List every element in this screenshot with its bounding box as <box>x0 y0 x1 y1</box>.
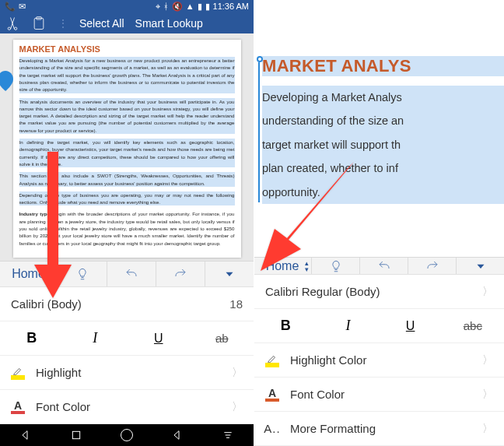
ribbon-tab-home[interactable]: Home ▴▾ <box>254 258 312 274</box>
more-formatting-icon: A.. <box>265 422 279 436</box>
italic-button[interactable]: I <box>64 321 128 356</box>
ribbon-bar: Home ▴▾ <box>254 257 504 275</box>
android-navbar <box>0 424 254 446</box>
row-label: Highlight Color <box>290 353 473 367</box>
smart-lookup-button[interactable]: Smart Lookup <box>135 17 203 30</box>
bluetooth-icon: ᚼ <box>163 2 169 11</box>
doc-paragraph: This analysis documents an overview of t… <box>19 98 235 134</box>
document-area[interactable]: MARKET ANALYS Developing a Market Analys… <box>254 0 504 257</box>
cursor-handle-icon[interactable] <box>257 56 263 62</box>
chevron-right-icon: 〉 <box>473 422 493 436</box>
font-picker-row[interactable]: Calibri Regular (Body) 〉 <box>254 275 504 309</box>
clock: 11:36 AM <box>213 2 249 11</box>
mute-icon: 🔇 <box>172 2 183 12</box>
font-name: Calibri (Body) <box>11 297 229 311</box>
doc-paragraph: Developing a Market Analys understanding… <box>262 86 504 204</box>
chevron-right-icon: 〉 <box>473 353 493 367</box>
nav-recent-icon[interactable] <box>70 429 82 441</box>
phone-icon: 📞 <box>5 2 16 12</box>
ribbon-bar: Home ▴▾ <box>0 261 254 287</box>
ribbon-tab-home[interactable]: Home ▴▾ <box>0 262 58 286</box>
tab-label: Home <box>266 259 299 273</box>
select-all-button[interactable]: Select All <box>79 17 124 30</box>
doc-paragraph: Industry type: Begin with the broader de… <box>19 210 235 246</box>
row-label: Highlight <box>36 366 222 379</box>
row-label: More Formatting <box>290 422 473 435</box>
undo-button[interactable] <box>360 258 408 274</box>
chevron-right-icon: 〉 <box>473 388 493 402</box>
row-label: Font Color <box>36 400 222 413</box>
battery-icon: ▮ <box>205 2 210 12</box>
lightbulb-icon <box>329 259 343 273</box>
cut-icon[interactable] <box>5 16 20 31</box>
selection-handle-icon[interactable] <box>0 71 13 91</box>
font-color-icon: A <box>265 388 279 402</box>
strike-button[interactable]: ab <box>191 321 254 356</box>
format-buttons-row: B I U abc <box>254 309 504 343</box>
signal-icon: ▮ <box>198 2 202 12</box>
chevron-right-icon: 〉 <box>222 400 243 414</box>
font-color-icon: A <box>11 400 25 414</box>
highlight-icon <box>11 366 25 380</box>
bold-button[interactable]: B <box>254 309 317 343</box>
doc-paragraph: This section may also include a SWOT (St… <box>19 172 235 187</box>
tell-me-button[interactable] <box>58 262 107 286</box>
redo-icon <box>425 259 439 273</box>
svg-rect-4 <box>72 431 79 438</box>
chevron-updown-icon: ▴▾ <box>305 260 309 272</box>
nav-back-icon[interactable] <box>19 429 32 441</box>
font-picker-row[interactable]: Calibri (Body) 18 <box>0 287 254 321</box>
doc-paragraph: Depending on the type of business you ar… <box>19 191 235 206</box>
highlight-icon <box>265 353 279 367</box>
chevron-right-icon: 〉 <box>473 285 493 299</box>
more-formatting-row[interactable]: A.. More Formatting 〉 <box>254 412 504 446</box>
voicemail-icon: ✉ <box>19 2 26 12</box>
doc-heading: MARKET ANALYS <box>262 56 504 76</box>
redo-button[interactable] <box>408 258 457 274</box>
font-color-row[interactable]: A Font Color 〉 <box>254 378 504 412</box>
tell-me-button[interactable] <box>312 258 360 274</box>
page: MARKET ANALYS Developing a Market Analys… <box>254 0 504 257</box>
nav-home-icon[interactable] <box>121 429 133 441</box>
chevron-right-icon: 〉 <box>222 366 243 380</box>
wifi-icon: ▲ <box>186 2 194 11</box>
svg-rect-2 <box>34 18 44 29</box>
undo-icon <box>377 259 391 273</box>
highlight-row[interactable]: Highlight Color 〉 <box>254 343 504 378</box>
chevron-updown-icon: ▴▾ <box>51 268 55 280</box>
font-size: 18 <box>229 297 243 311</box>
undo-button[interactable] <box>107 262 156 286</box>
format-buttons-row: B I U ab <box>0 321 254 356</box>
triangle-down-icon <box>474 259 488 273</box>
row-label: Font Color <box>290 388 473 401</box>
collapse-ribbon-button[interactable] <box>205 262 254 286</box>
redo-icon <box>173 267 187 281</box>
redo-button[interactable] <box>156 262 205 286</box>
nav-menu-icon[interactable] <box>222 429 234 441</box>
italic-button[interactable]: I <box>317 309 379 343</box>
paste-icon[interactable] <box>31 16 47 31</box>
svg-point-1 <box>15 27 17 30</box>
strike-button[interactable]: abc <box>442 309 504 343</box>
doc-paragraph: In defining the target market, you will … <box>19 139 235 167</box>
location-icon: ⌖ <box>156 2 160 12</box>
nav-back2-icon[interactable] <box>171 429 184 441</box>
collapse-ribbon-button[interactable] <box>457 258 504 274</box>
underline-button[interactable]: U <box>380 309 442 343</box>
doc-heading: MARKET ANALYSIS <box>19 44 235 54</box>
bold-button[interactable]: B <box>0 321 64 356</box>
highlight-row[interactable]: Highlight 〉 <box>0 356 254 390</box>
font-name: Calibri Regular (Body) <box>265 285 473 298</box>
svg-point-0 <box>8 27 10 30</box>
status-bar: 📞 ✉ ⌖ ᚼ 🔇 ▲ ▮ ▮ 11:36 AM <box>0 0 254 13</box>
page: MARKET ANALYSIS Developing a Market Anal… <box>13 40 241 258</box>
context-toolbar: ⋮ Select All Smart Lookup <box>0 13 254 33</box>
font-color-row[interactable]: A Font Color 〉 <box>0 390 254 424</box>
underline-button[interactable]: U <box>127 321 191 356</box>
triangle-down-icon <box>222 267 236 281</box>
tab-label: Home <box>12 267 45 281</box>
text-cursor <box>258 62 260 202</box>
document-area[interactable]: MARKET ANALYSIS Developing a Market Anal… <box>0 33 254 261</box>
undo-icon <box>124 267 138 281</box>
lightbulb-icon <box>75 267 89 281</box>
